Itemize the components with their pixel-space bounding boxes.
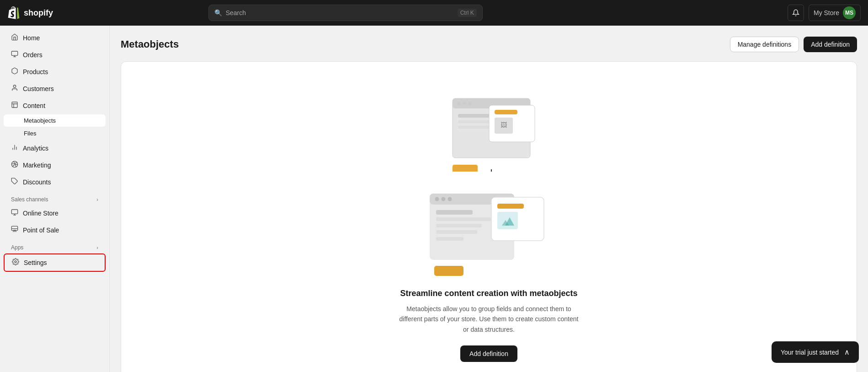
online-store-icon: [11, 209, 18, 218]
svg-point-10: [15, 261, 16, 263]
layout: Home Orders Products Customers Content: [0, 26, 868, 372]
shopify-logo[interactable]: shopify: [7, 6, 53, 19]
apps-chevron[interactable]: ›: [96, 245, 98, 250]
analytics-icon: [11, 144, 18, 153]
illustration-title: Streamline content creation with metaobj…: [400, 289, 577, 298]
svg-rect-36: [436, 210, 473, 215]
sidebar-discounts-label: Discounts: [23, 178, 51, 186]
svg-rect-42: [497, 204, 524, 209]
sidebar-pos-label: Point of Sale: [23, 226, 59, 234]
page-title: Metaobjects: [121, 38, 179, 50]
sidebar-item-settings[interactable]: Settings: [5, 254, 105, 271]
sidebar-metaobjects-label: Metaobjects: [24, 117, 56, 124]
shopify-logo-icon: [7, 6, 20, 19]
topbar-right: My Store MS: [788, 5, 861, 21]
svg-rect-46: [434, 266, 463, 276]
search-icon: 🔍: [214, 9, 222, 16]
products-icon: [11, 67, 18, 76]
notification-button[interactable]: [788, 5, 804, 21]
svg-point-35: [447, 197, 452, 201]
svg-rect-20: [495, 110, 517, 114]
svg-rect-39: [436, 230, 477, 234]
sidebar-item-marketing[interactable]: Marketing: [4, 157, 106, 173]
sidebar-marketing-label: Marketing: [23, 162, 51, 169]
add-definition-header-button[interactable]: Add definition: [804, 37, 857, 52]
search-placeholder: Search: [226, 9, 246, 16]
trial-banner[interactable]: Your trial just started ∧: [772, 341, 859, 363]
store-button[interactable]: My Store MS: [809, 5, 861, 21]
metaobjects-empty-state: 🖼: [121, 61, 857, 372]
sidebar-item-orders[interactable]: Orders: [4, 47, 106, 63]
apps-section: Apps ›: [0, 239, 109, 253]
svg-rect-8: [11, 210, 17, 214]
header-actions: Manage definitions Add definition: [730, 37, 857, 52]
svg-rect-16: [458, 114, 490, 118]
svg-point-15: [468, 102, 472, 105]
sidebar-item-customers[interactable]: Customers: [4, 81, 106, 97]
sidebar-item-home[interactable]: Home: [4, 30, 106, 46]
svg-point-1: [13, 85, 16, 87]
sidebar-sub-item-files[interactable]: Files: [4, 127, 106, 140]
svg-rect-40: [436, 237, 463, 241]
svg-text:🖼: 🖼: [501, 121, 507, 129]
settings-wrapper: Settings: [4, 253, 106, 272]
store-name: My Store: [814, 9, 839, 16]
metaobjects-illustration-svg: [416, 184, 562, 276]
svg-rect-38: [436, 224, 482, 227]
sidebar-item-analytics[interactable]: Analytics: [4, 140, 106, 156]
discounts-icon: [11, 178, 18, 187]
add-definition-main-button[interactable]: Add definition: [460, 345, 517, 362]
sidebar-item-content[interactable]: Content: [4, 97, 106, 114]
orders-icon: [11, 50, 18, 59]
trial-banner-text: Your trial just started: [781, 349, 839, 356]
sidebar-files-label: Files: [24, 130, 36, 137]
settings-icon: [12, 258, 19, 267]
pos-icon: [11, 226, 18, 235]
shopify-logo-text: shopify: [24, 8, 53, 18]
svg-rect-2: [12, 102, 17, 108]
sidebar-item-point-of-sale[interactable]: Point of Sale: [4, 222, 106, 238]
svg-point-13: [457, 102, 461, 105]
sales-channels-section: Sales channels ›: [0, 191, 109, 205]
sidebar-item-discounts[interactable]: Discounts: [4, 174, 106, 190]
svg-rect-37: [436, 217, 491, 221]
marketing-icon: [11, 161, 18, 170]
sidebar-orders-label: Orders: [23, 51, 43, 59]
content-icon: [11, 101, 18, 110]
sidebar-analytics-label: Analytics: [23, 145, 48, 152]
bell-icon: [792, 9, 799, 16]
sidebar-content-label: Content: [23, 102, 45, 109]
sidebar: Home Orders Products Customers Content: [0, 26, 110, 372]
sidebar-sub-item-metaobjects[interactable]: Metaobjects: [4, 114, 106, 127]
trial-banner-chevron-icon: ∧: [844, 348, 850, 356]
avatar: MS: [843, 6, 856, 19]
main-content: Metaobjects Manage definitions Add defin…: [110, 26, 868, 372]
sidebar-products-label: Products: [23, 68, 48, 75]
svg-rect-23: [453, 165, 478, 172]
customers-icon: [11, 84, 18, 93]
sidebar-item-products[interactable]: Products: [4, 64, 106, 80]
sales-channels-chevron[interactable]: ›: [96, 197, 98, 202]
sidebar-settings-label: Settings: [24, 259, 47, 266]
svg-point-33: [435, 197, 439, 201]
svg-rect-0: [11, 51, 17, 55]
sidebar-home-label: Home: [23, 34, 40, 42]
illustration-desc: Metaobjects allow you to group fields an…: [398, 304, 580, 334]
page-header: Metaobjects Manage definitions Add defin…: [121, 37, 857, 52]
search-shortcut: Ctrl K: [458, 9, 477, 17]
manage-definitions-button[interactable]: Manage definitions: [730, 37, 799, 52]
metaobjects-illustration: 🖼: [425, 80, 553, 172]
apps-label: Apps: [11, 244, 23, 251]
home-icon: [11, 33, 18, 43]
svg-rect-43: [497, 212, 518, 229]
svg-point-14: [463, 102, 466, 105]
sidebar-item-online-store[interactable]: Online Store: [4, 205, 106, 221]
search-bar[interactable]: 🔍 Search Ctrl K: [208, 5, 483, 21]
topbar: shopify 🔍 Search Ctrl K My Store MS: [0, 0, 868, 26]
svg-point-34: [441, 197, 445, 201]
sales-channels-label: Sales channels: [11, 196, 48, 203]
sidebar-customers-label: Customers: [23, 85, 54, 92]
sidebar-online-store-label: Online Store: [23, 210, 59, 217]
